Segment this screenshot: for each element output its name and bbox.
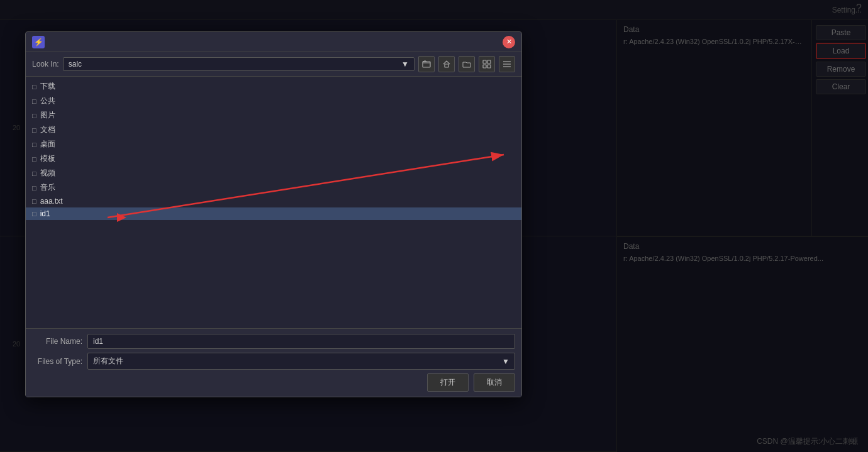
file-item-name: 音乐 — [40, 182, 55, 193]
list-view-button[interactable] — [499, 56, 515, 72]
file-list-item[interactable]: □ 视频 — [26, 166, 521, 180]
file-dialog: ⚡ ✕ Look In: salc ▼ — [25, 31, 522, 397]
look-in-label: Look In: — [32, 60, 59, 69]
folder-icon: □ — [32, 170, 36, 177]
dialog-footer: File Name: Files of Type: 所有文件 ▼ 打开 取消 — [26, 328, 521, 397]
dialog-titlebar: ⚡ ✕ — [26, 32, 521, 52]
file-list-item[interactable]: □ aaa.txt — [26, 195, 521, 207]
files-type-label: Files of Type: — [32, 357, 82, 366]
file-name-row: File Name: — [32, 334, 515, 349]
file-item-name: 模板 — [40, 153, 55, 164]
files-type-dropdown[interactable]: 所有文件 ▼ — [87, 353, 515, 370]
file-item-name: 视频 — [40, 168, 55, 179]
look-in-value: salc — [69, 60, 82, 69]
file-name-input[interactable] — [87, 334, 515, 349]
folder-icon: □ — [32, 97, 36, 105]
svg-rect-1 — [445, 64, 448, 67]
file-item-name: 文档 — [40, 124, 55, 135]
file-item-name: aaa.txt — [40, 197, 63, 206]
files-type-row: Files of Type: 所有文件 ▼ — [32, 353, 515, 370]
file-list-item[interactable]: □ 公共 — [26, 94, 521, 108]
file-icon: □ — [32, 210, 36, 218]
file-name-label: File Name: — [32, 337, 82, 346]
files-type-value: 所有文件 — [93, 356, 123, 367]
file-list-item[interactable]: □ id1 — [26, 207, 521, 220]
folder-icon: □ — [32, 141, 36, 148]
svg-rect-5 — [487, 65, 491, 68]
file-list-item[interactable]: □ 图片 — [26, 108, 521, 123]
look-in-chevron-icon: ▼ — [401, 60, 409, 69]
svg-rect-0 — [423, 62, 430, 67]
folder-icon: □ — [32, 184, 36, 192]
folder-button[interactable] — [459, 56, 475, 72]
file-item-name: 公共 — [40, 96, 55, 106]
svg-rect-2 — [483, 60, 486, 63]
file-list: □ 下载□ 公共□ 图片□ 文档□ 桌面□ 模板□ 视频□ 音乐□ aaa.tx… — [26, 77, 521, 328]
file-icon: □ — [32, 197, 36, 205]
file-list-item[interactable]: □ 音乐 — [26, 180, 521, 195]
home-button[interactable] — [438, 56, 455, 72]
svg-rect-4 — [483, 65, 486, 68]
folder-icon: □ — [32, 83, 36, 91]
file-item-name: 图片 — [40, 110, 55, 121]
cancel-button[interactable]: 取消 — [474, 373, 515, 392]
new-folder-button[interactable] — [418, 56, 435, 72]
look-in-dropdown[interactable]: salc ▼ — [63, 57, 415, 71]
file-item-name: 桌面 — [40, 139, 55, 150]
dialog-toolbar: Look In: salc ▼ — [26, 52, 521, 77]
dialog-close-button[interactable]: ✕ — [503, 36, 515, 48]
folder-icon: □ — [32, 112, 36, 119]
svg-rect-3 — [487, 60, 491, 63]
file-list-item[interactable]: □ 文档 — [26, 123, 521, 137]
open-button[interactable]: 打开 — [427, 373, 469, 392]
file-list-item[interactable]: □ 下载 — [26, 79, 521, 94]
file-list-item[interactable]: □ 桌面 — [26, 137, 521, 152]
footer-actions: 打开 取消 — [32, 373, 515, 392]
dialog-title-icon: ⚡ — [32, 36, 45, 48]
files-type-chevron-icon: ▼ — [502, 357, 509, 366]
file-item-name: 下载 — [40, 81, 55, 92]
folder-icon: □ — [32, 155, 36, 163]
file-list-item[interactable]: □ 模板 — [26, 152, 521, 166]
folder-icon: □ — [32, 126, 36, 134]
grid-view-button[interactable] — [479, 56, 495, 72]
file-item-name: id1 — [40, 209, 50, 218]
